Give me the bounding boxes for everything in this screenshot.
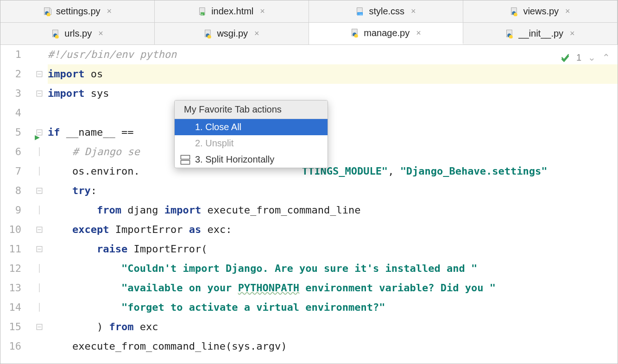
svg-rect-39 [181, 160, 189, 164]
tab-urls[interactable]: urls.py × [0, 23, 155, 44]
html-file-icon: H [198, 7, 208, 16]
svg-text:CSS: CSS [358, 13, 363, 15]
close-icon[interactable]: × [570, 29, 575, 38]
tab-views[interactable]: views.py × [463, 0, 618, 22]
python-file-icon [505, 29, 515, 38]
svg-text:H: H [201, 13, 203, 15]
python-file-icon [351, 28, 360, 38]
close-icon[interactable]: × [98, 29, 103, 38]
tab-init[interactable]: __init__.py × [463, 23, 618, 44]
python-file-icon [51, 29, 61, 38]
close-icon[interactable]: × [411, 6, 416, 16]
close-icon[interactable]: × [254, 29, 259, 38]
close-icon[interactable]: × [107, 6, 112, 16]
tab-label: __init__.py [518, 28, 563, 39]
fold-toggle-icon[interactable] [33, 64, 46, 84]
tab-label: urls.py [64, 28, 92, 39]
chevron-up-icon[interactable]: ⌃ [602, 48, 610, 67]
python-file-icon [43, 7, 52, 16]
popup-title: My Favorite Tab actions [175, 100, 328, 119]
python-file-icon [510, 7, 519, 16]
tab-settings[interactable]: settings.py × [0, 0, 155, 22]
line-number-gutter: 1 2 3 4 5 6 7 8 9 10 11 12 13 14 15 16 [0, 45, 33, 364]
tab-label: index.html [211, 6, 253, 17]
tab-bar-row-2: urls.py × wsgi.py × manage.py × __init__… [0, 23, 618, 45]
tab-label: wsgi.py [217, 28, 248, 39]
fold-end-icon[interactable] [33, 317, 46, 337]
css-file-icon: CSS [356, 7, 365, 16]
split-horizontal-icon [180, 155, 190, 165]
tab-label: views.py [523, 6, 559, 17]
popup-item-split-horizontally[interactable]: 3. Split Horizontally [175, 151, 328, 168]
tab-wsgi[interactable]: wsgi.py × [155, 23, 309, 44]
run-gutter-icon[interactable]: ▶ [35, 127, 40, 147]
close-icon[interactable]: × [416, 28, 421, 38]
popup-item-close-all[interactable]: 1. Close All [175, 119, 328, 135]
python-file-icon [204, 29, 213, 38]
tab-bar-row-1: settings.py × H index.html × CSS style.c… [0, 0, 618, 23]
tab-manage[interactable]: manage.py × [309, 23, 463, 44]
tab-label: manage.py [364, 28, 410, 38]
close-icon[interactable]: × [565, 6, 570, 16]
code-area[interactable]: 1 ⌄ ⌃ #!/usr/bin/env python import os im… [46, 45, 618, 364]
svg-rect-38 [181, 155, 189, 159]
fold-toggle-icon[interactable] [33, 181, 46, 201]
popup-item-unsplit[interactable]: 2. Unsplit [175, 135, 328, 151]
fold-toggle-icon[interactable] [33, 239, 46, 259]
fold-column: │ │ │ │ │ │ [33, 45, 46, 364]
quicklist-popup: My Favorite Tab actions 1. Close All 2. … [174, 100, 328, 168]
tab-index-html[interactable]: H index.html × [155, 0, 309, 22]
fold-toggle-icon[interactable] [33, 84, 46, 103]
tab-label: style.css [369, 6, 404, 17]
close-icon[interactable]: × [260, 6, 265, 16]
editor[interactable]: 1 2 3 4 5 6 7 8 9 10 11 12 13 14 15 16 ▶… [0, 45, 618, 364]
tab-style-css[interactable]: CSS style.css × [309, 0, 463, 22]
chevron-down-icon[interactable]: ⌄ [588, 48, 596, 67]
tab-label: settings.py [56, 6, 101, 17]
check-icon [561, 53, 570, 62]
fold-toggle-icon[interactable] [33, 220, 46, 239]
inspection-widget[interactable]: 1 ⌄ ⌃ [561, 48, 610, 67]
problem-count: 1 [576, 48, 581, 67]
